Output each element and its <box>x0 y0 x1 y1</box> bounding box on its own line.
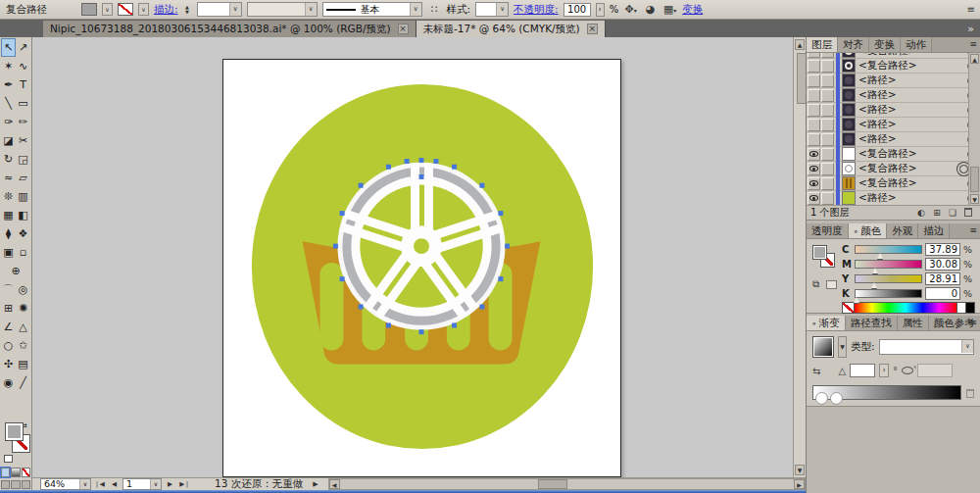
line-segment-tool[interactable]: ╲ <box>1 94 16 113</box>
stroke-weight-select[interactable] <box>197 2 242 17</box>
layer-name[interactable]: <路径> <box>858 191 967 205</box>
expand-dock-icon[interactable]: » <box>967 23 974 35</box>
graph-tool[interactable]: ▥ <box>16 187 30 206</box>
scissors-tool[interactable]: ✂ <box>16 131 30 150</box>
layer-name[interactable]: <复合路径> <box>858 147 967 161</box>
ellipse-tool[interactable]: ○ <box>1 336 16 355</box>
stroke-color-dropdown[interactable]: ∨ <box>138 3 149 16</box>
anchor-point[interactable] <box>419 174 424 179</box>
lasso-tool[interactable]: ∿ <box>16 57 30 75</box>
anchor-point[interactable] <box>405 159 410 164</box>
close-tab-icon[interactable]: × <box>587 24 598 34</box>
vertical-scroll-thumb[interactable] <box>797 53 806 104</box>
tab-transparency[interactable]: 透明度 <box>807 223 849 238</box>
gradient-ramp[interactable] <box>812 385 961 400</box>
color-mode-button[interactable] <box>1 468 10 477</box>
layer-name[interactable]: <路径> <box>858 103 967 117</box>
layers-scrollbar[interactable]: ▲ ▼ <box>968 53 980 205</box>
screen-mode-menubar-button[interactable] <box>11 480 20 489</box>
aspect-ratio-input[interactable] <box>917 364 953 377</box>
stroke-link[interactable]: 描边: <box>154 3 178 17</box>
default-fill-stroke-icon[interactable] <box>4 455 13 463</box>
white-black-swatches[interactable] <box>957 302 975 314</box>
select-similar-icon[interactable]: ✥ <box>623 3 638 16</box>
layer-row[interactable]: <复合路径> <box>807 147 980 162</box>
magenta-value-input[interactable]: 30.08 <box>925 258 960 271</box>
anchor-point[interactable] <box>359 183 364 188</box>
visibility-toggle[interactable] <box>808 163 820 175</box>
scroll-up-icon[interactable]: ▲ <box>795 39 805 50</box>
cyan-slider[interactable] <box>855 245 922 254</box>
symbol-options-icon[interactable]: ▦ <box>662 3 677 16</box>
gradient-stop-icon[interactable] <box>830 392 843 405</box>
anchor-point[interactable] <box>433 159 438 164</box>
slice-tool[interactable]: ╱ <box>16 373 30 392</box>
tab-stroke[interactable]: 描边 <box>918 223 950 238</box>
layer-name[interactable]: <复合路径> <box>858 53 967 58</box>
layer-row[interactable]: <路径> <box>807 88 980 103</box>
pencil-tool[interactable]: ✏ <box>16 113 30 131</box>
anchor-point[interactable] <box>386 165 391 170</box>
tab-layers[interactable]: 图层 <box>807 37 838 52</box>
anchor-point[interactable] <box>479 183 484 188</box>
delete-layer-icon[interactable] <box>960 208 976 219</box>
anchor-point[interactable] <box>340 276 345 281</box>
tab-color[interactable]: 颜色 <box>849 223 888 238</box>
previous-artboard-button[interactable]: ◀ <box>108 480 121 488</box>
anchor-point[interactable] <box>340 211 345 216</box>
anchor-point[interactable] <box>505 244 510 249</box>
recolor-artwork-icon[interactable]: ◕ <box>643 3 658 16</box>
lock-toggle[interactable] <box>821 74 834 87</box>
lock-toggle[interactable] <box>821 163 834 175</box>
layer-row[interactable]: <路径> <box>807 118 980 132</box>
anchor-point[interactable] <box>498 276 503 281</box>
gradient-mode-button[interactable] <box>11 468 20 477</box>
vertical-scrollbar[interactable]: ▲ ▼ <box>793 37 806 477</box>
screen-mode-normal-button[interactable] <box>1 480 10 489</box>
visibility-toggle[interactable] <box>808 74 820 87</box>
cyan-value-input[interactable]: 37.89 <box>925 243 960 256</box>
lock-toggle[interactable] <box>821 177 834 190</box>
lock-toggle[interactable] <box>821 192 834 205</box>
tab-gradient[interactable]: 渐变 <box>807 316 846 330</box>
first-artboard-button[interactable]: ❘◀ <box>93 480 106 488</box>
layer-row[interactable]: <路径> <box>807 191 980 205</box>
layer-row[interactable]: <复合路径> <box>807 176 980 191</box>
artboard[interactable] <box>222 59 621 477</box>
scroll-up-icon[interactable]: ▲ <box>970 54 979 64</box>
layer-name[interactable]: <复合路径> <box>858 59 967 73</box>
tab-transform[interactable]: 变换 <box>869 37 901 52</box>
rectangular-grid-tool[interactable]: ⊞ <box>1 299 16 318</box>
free-transform-tool[interactable]: ▱ <box>16 169 30 187</box>
pen-tool[interactable]: ✒ <box>1 75 16 94</box>
reshape-tool[interactable]: △ <box>16 318 30 336</box>
layer-row[interactable]: <复合路径> <box>807 162 980 176</box>
layer-name[interactable]: <路径> <box>858 118 967 131</box>
mesh-tool[interactable]: ▦ <box>1 206 16 224</box>
anchor-point[interactable] <box>359 305 364 310</box>
lock-toggle[interactable] <box>821 53 834 58</box>
gradient-swatch[interactable] <box>812 336 834 358</box>
brush-definition-select[interactable]: 基本 <box>322 2 422 17</box>
tab-attributes[interactable]: 属性 <box>898 316 929 330</box>
lock-toggle[interactable] <box>821 89 834 102</box>
web-color-swatch[interactable] <box>826 280 837 289</box>
arc-tool[interactable]: ⌒ <box>1 280 16 299</box>
gradient-angle-input[interactable] <box>850 364 875 377</box>
fill-stroke-proxy[interactable] <box>812 245 838 271</box>
scroll-down-icon[interactable]: ▼ <box>970 194 979 204</box>
tab-appearance[interactable]: 外观 <box>887 223 918 238</box>
document-canvas[interactable]: ▲ ▼ <box>32 37 806 477</box>
visibility-toggle[interactable] <box>808 133 820 146</box>
zoom-tool[interactable]: ◉ <box>1 373 16 392</box>
blend-tool[interactable]: ❖ <box>16 224 30 243</box>
gradient-angle-spinner[interactable]: › <box>879 364 889 377</box>
layer-row[interactable]: <路径> <box>807 74 980 88</box>
warp-tool[interactable]: ≈ <box>1 169 16 187</box>
anchor-point[interactable] <box>479 305 484 310</box>
anchor-point[interactable] <box>498 211 503 216</box>
artboard-number-select[interactable]: 1 <box>122 478 162 490</box>
stroke-weight-stepper[interactable] <box>183 5 192 15</box>
lock-toggle[interactable] <box>821 133 834 146</box>
target-circle[interactable] <box>959 165 968 173</box>
